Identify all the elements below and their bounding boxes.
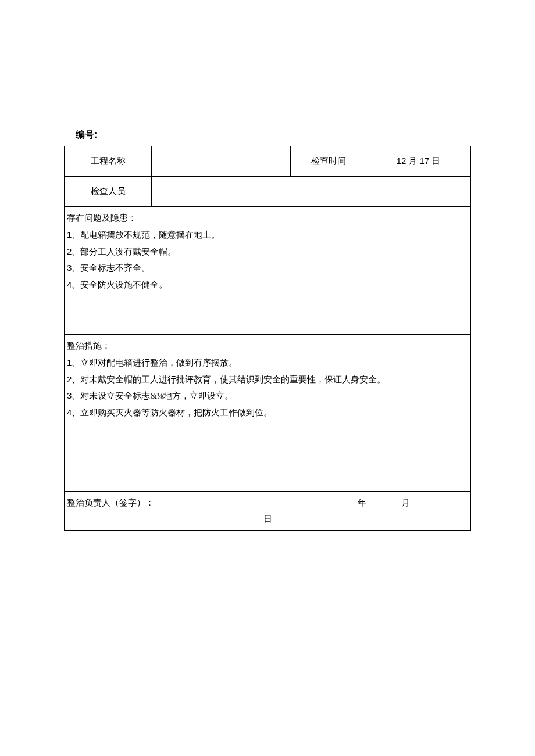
serial-number-label: 编号:	[76, 129, 471, 141]
issue-item: 1、配电箱摆放不规范，随意摆在地上。	[67, 227, 468, 243]
inspector-value	[152, 177, 471, 207]
measure-item: 2、对未戴安全帽的工人进行批评教育，使其结识到安全的重要性，保证人身安全。	[67, 371, 468, 388]
row-issues: 存在问题及隐患： 1、配电箱摆放不规范，随意摆在地上。 2、部分工人没有戴安全帽…	[65, 207, 471, 335]
row-signature: 整治负责人（签字）： 年 月 日	[65, 492, 471, 531]
document-container: 编号: 工程名称 检查时间 12 月 17 日 检查人员 存在问题及隐患： 1、…	[64, 129, 471, 531]
issue-text: 、安全标志不齐全。	[72, 263, 150, 273]
responsible-person-label: 整治负责人（签字）：	[67, 495, 154, 511]
measure-item: 1、立即对配电箱进行整治，做到有序摆放。	[67, 354, 468, 371]
check-time-value: 12 月 17 日	[366, 146, 471, 177]
measure-text: 、对未设立安全标志&⅛地方，立即设立。	[72, 391, 233, 400]
project-name-value	[152, 146, 291, 177]
row-project-info: 工程名称 检查时间 12 月 17 日	[65, 146, 471, 177]
measure-text: 、立即购买灭火器等防火器材，把防火工作做到位。	[72, 408, 272, 417]
signature-section: 整治负责人（签字）： 年 月 日	[65, 492, 471, 531]
measure-item: 3、对未设立安全标志&⅛地方，立即设立。	[67, 388, 468, 404]
day-label: 日	[263, 514, 272, 524]
issue-item: 3、安全标志不齐全。	[67, 260, 468, 277]
issue-text: 、部分工人没有戴安全帽。	[72, 247, 176, 256]
row-measures: 整治措施： 1、立即对配电箱进行整治，做到有序摆放。 2、对未戴安全帽的工人进行…	[65, 335, 471, 492]
signature-line-1: 整治负责人（签字）： 年 月	[67, 495, 468, 510]
row-inspector: 检查人员	[65, 177, 471, 207]
measures-section: 整治措施： 1、立即对配电箱进行整治，做到有序摆放。 2、对未戴安全帽的工人进行…	[65, 335, 471, 492]
signature-line-2: 日	[67, 511, 468, 528]
issue-item: 4、安全防火设施不健全。	[67, 277, 468, 293]
year-label: 年	[358, 495, 366, 511]
measure-text: 、对未戴安全帽的工人进行批评教育，使其结识到安全的重要性，保证人身安全。	[72, 375, 386, 384]
measures-title: 整治措施：	[67, 338, 468, 354]
project-name-label: 工程名称	[65, 146, 152, 177]
measure-text: 、立即对配电箱进行整治，做到有序摆放。	[72, 358, 237, 367]
inspector-label: 检查人员	[65, 177, 152, 207]
issue-text: 、配电箱摆放不规范，随意摆在地上。	[72, 230, 220, 239]
issues-title: 存在问题及隐患：	[67, 210, 468, 227]
inspection-form-table: 工程名称 检查时间 12 月 17 日 检查人员 存在问题及隐患： 1、配电箱摆…	[64, 146, 471, 531]
issue-item: 2、部分工人没有戴安全帽。	[67, 243, 468, 260]
month-label: 月	[401, 495, 410, 511]
issues-section: 存在问题及隐患： 1、配电箱摆放不规范，随意摆在地上。 2、部分工人没有戴安全帽…	[65, 207, 471, 335]
check-time-label: 检查时间	[291, 146, 366, 177]
measure-item: 4、立即购买灭火器等防火器材，把防火工作做到位。	[67, 404, 468, 421]
issue-text: 、安全防火设施不健全。	[72, 280, 167, 289]
